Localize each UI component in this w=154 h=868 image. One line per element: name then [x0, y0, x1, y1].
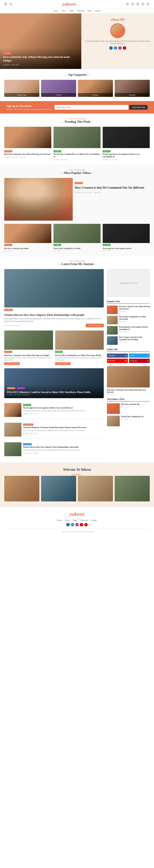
hero-badge: TRAVEL: [3, 52, 11, 54]
video-featured-left[interactable]: [4, 178, 73, 221]
article-row-1[interactable]: HEALTH Novak appeals in court against de…: [4, 401, 104, 419]
about-social-facebook[interactable]: f: [109, 46, 113, 50]
article-row-3[interactable]: FASHION Women Discuss How Race Impacts T…: [4, 441, 104, 458]
journal-list-read-more-1[interactable]: Continue Reading: [4, 362, 20, 365]
popular-post-4[interactable]: How Creature is that We Could Commined O…: [107, 336, 150, 345]
editors-pick-1[interactable]: How have a fantastic trip July 5, 2023: [107, 403, 150, 414]
social-instagram[interactable]: in: [136, 2, 139, 6]
nav-link-home[interactable]: Home: [53, 9, 58, 12]
footer-social-youtube[interactable]: y: [84, 523, 88, 526]
hero-main-article[interactable]: TRAVEL have a fantastic trip without blo…: [0, 13, 81, 69]
video-item-3[interactable]: HEALTH Novak appeals in court against de…: [103, 224, 150, 252]
popular-post-3[interactable]: Novak appeals in court against dearbox c…: [107, 326, 150, 335]
follow-facebook-button[interactable]: f Facebook 12k: [107, 353, 128, 358]
ar-meta-1: by admin July 10, 2023: [23, 413, 85, 414]
journal-list-text-1: Lorem ipsum dolor sit amet, consectetur …: [4, 357, 53, 361]
footer-nav: Home About Pages Elements Contact: [4, 519, 150, 521]
journal-list-read-more-2[interactable]: Continue Reading: [55, 362, 71, 365]
popular-posts-title: Popular Post: [107, 300, 150, 304]
video-item-title-1: How have a fantastic trip without: [4, 248, 51, 249]
social-youtube[interactable]: y: [146, 2, 150, 6]
journal-featured-meta: by admin July 15, 2023: [4, 324, 19, 326]
ep-title-1: How have a fantastic trip: [121, 403, 139, 405]
category-lifestyle[interactable]: Lifestyle: [114, 80, 150, 97]
category-beauty-label: Beauty Tips: [4, 93, 40, 97]
welcome-item-1[interactable]: [4, 476, 40, 501]
categories-section: Top Categories Beauty Tips Family Fashio…: [0, 69, 154, 101]
journal-list-item-1[interactable]: TRAVEL How have a fantastic trip without…: [4, 331, 53, 365]
footer-social-pinterest[interactable]: p: [80, 523, 83, 526]
about-social-instagram[interactable]: in: [118, 46, 122, 50]
search-icon[interactable]: 🔍: [9, 3, 12, 6]
editors-picks-list: How have a fantastic trip July 5, 2023 N…: [107, 403, 150, 426]
about-social-pinterest[interactable]: p: [123, 46, 126, 50]
welcome-section: Welcome To Yakeen View More →: [0, 462, 154, 507]
welcome-item-4[interactable]: [114, 476, 150, 501]
nav-link-pages[interactable]: Pages: [70, 9, 74, 12]
footer-link-about[interactable]: About: [65, 519, 70, 521]
social-facebook[interactable]: f: [126, 2, 129, 6]
category-family[interactable]: Family: [41, 80, 76, 97]
category-beauty[interactable]: Beauty Tips: [4, 80, 40, 97]
footer-link-elements[interactable]: Elements: [81, 519, 88, 521]
nav-link-elements[interactable]: Elements: [77, 9, 84, 12]
footer-link-home[interactable]: Home: [57, 519, 62, 521]
social-twitter[interactable]: t: [131, 2, 134, 6]
editors-pick-2[interactable]: Ntovek They Landing How are July 8, 2023: [107, 416, 150, 426]
journal-featured[interactable]: FASHION Women Discuss How Race Impacts T…: [4, 269, 104, 327]
popular-post-2[interactable]: Ntovek They Landing How are Main Close R…: [107, 316, 150, 324]
logo[interactable]: yakeen: [12, 1, 126, 7]
video-item-2[interactable]: FAMILY Ntovek They Landing How are Main …: [53, 224, 101, 252]
footer-social-instagram[interactable]: in: [75, 523, 79, 526]
about-social-twitter[interactable]: t: [114, 46, 117, 50]
trending-item-3[interactable]: HEALTH Novak appeals in court against de…: [103, 127, 150, 160]
sidebar-about-meta: July 5, 2023: [107, 394, 150, 395]
ar-text-2: Lorem ipsum dolor sit amet, consectetur …: [23, 430, 86, 432]
follow-grid: f Facebook 12k t Twitter 8k ▶ YouTube 25…: [107, 353, 150, 363]
videos-title: Most Popular Videos: [4, 171, 150, 175]
footer-social-facebook[interactable]: f: [66, 523, 70, 526]
editors-picks-section: Top Editor's Pick How have a fantastic t…: [107, 398, 150, 426]
footer-social-twitter[interactable]: t: [71, 523, 74, 526]
journal-list-title-2: Ntovek They Landing How are Main Close S…: [55, 354, 104, 356]
menu-icon[interactable]: ☰: [4, 2, 7, 6]
footer-link-contact[interactable]: Contact: [91, 519, 97, 521]
ep-meta-1: July 5, 2023: [121, 406, 139, 408]
follow-pinterest-button[interactable]: P Pinterest 6k: [129, 359, 150, 363]
nav-link-about[interactable]: About: [61, 9, 66, 12]
categories-title: Top Categories: [4, 73, 150, 76]
welcome-item-3[interactable]: [78, 476, 113, 501]
follow-twitter-button[interactable]: t Twitter 8k: [129, 353, 150, 358]
ar-meta-3: by admin July 15, 2023: [23, 452, 80, 454]
popular-post-title-3: Novak appeals in court against dearbox c…: [119, 326, 150, 331]
about-title: About Me: [84, 18, 151, 22]
journal-large-article[interactable]: FINANCE POLITICS FINANCE Ministers Could…: [4, 368, 104, 398]
journal-featured-read-more[interactable]: Continue Reading: [86, 324, 104, 327]
journal-featured-title: Women Discuss How Race Impacts Their Rel…: [4, 313, 104, 317]
view-more-link[interactable]: View More →: [72, 473, 82, 475]
footer-logo[interactable]: yakeen: [4, 511, 150, 517]
follow-youtube-button[interactable]: ▶ YouTube 25k: [107, 359, 128, 363]
trending-item-1[interactable]: TRAVEL How have a fantastic trip without…: [4, 127, 51, 160]
trending-meta-3: by admin July 10, 2023: [103, 159, 150, 160]
footer-link-pages[interactable]: Pages: [73, 519, 77, 521]
journal-list-item-2[interactable]: FAMILY Ntovek They Landing How are Main …: [55, 331, 104, 365]
ar-badge-3: FASHION: [23, 443, 32, 445]
nav-link-blog[interactable]: Blog: [87, 9, 91, 12]
ar-meta-2: by admin July 12, 2023: [23, 433, 86, 434]
social-pinterest[interactable]: p: [141, 2, 145, 6]
ar-badge-1: HEALTH: [23, 404, 31, 406]
trending-item-2[interactable]: FAMILY Ntovek They Landing How are Main …: [53, 127, 101, 160]
hero-meta: by admin Aug 4, 2023: [3, 64, 78, 66]
category-fashion[interactable]: Fashion: [78, 80, 113, 97]
newsletter-input[interactable]: [55, 105, 129, 110]
trending-title-3: Novak appeals in court against dearbox C…: [103, 153, 150, 158]
about-text: Lorem ipsum dolor sit amet, consectetur …: [84, 40, 151, 44]
video-item-1[interactable]: TRAVEL How have a fantastic trip without…: [4, 224, 51, 252]
article-row-2[interactable]: LIFESTYLE Adorable Miniature Treehouse W…: [4, 421, 104, 438]
nav-link-contact[interactable]: Contact: [95, 9, 101, 12]
newsletter-section: Sign up to Newsletter Stay up to date wi…: [0, 101, 154, 114]
newsletter-submit-button[interactable]: Subscribe Now: [129, 105, 148, 110]
welcome-item-2[interactable]: [41, 476, 76, 501]
popular-post-1[interactable]: How have a fantastic trip without blowin…: [107, 306, 150, 314]
